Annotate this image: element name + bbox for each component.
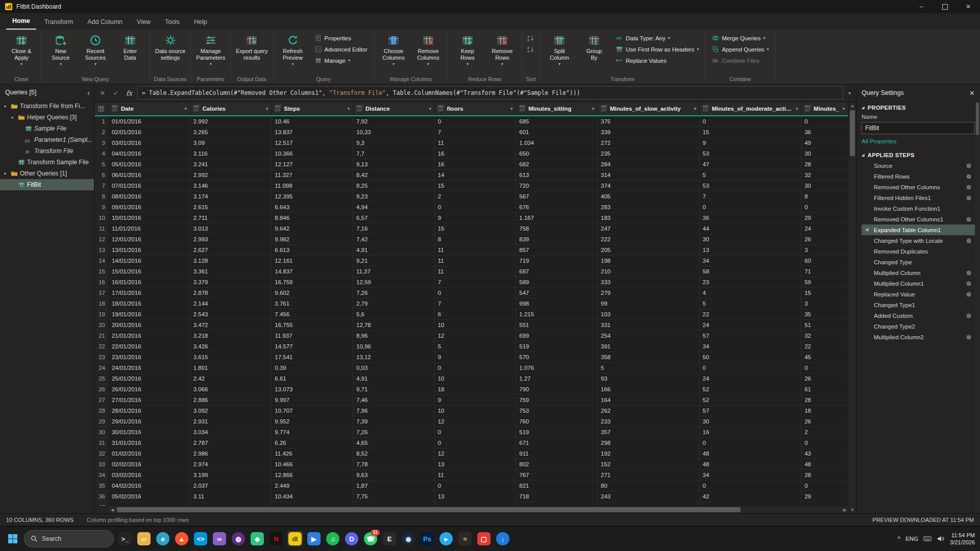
table-cell[interactable]: 0 — [700, 202, 802, 212]
table-cell[interactable]: 48 — [700, 448, 802, 459]
step-settings-gear-icon[interactable] — [966, 163, 972, 169]
vertical-scrollbar[interactable]: ▲ ▼ — [848, 102, 856, 513]
table-cell[interactable]: 2,79 — [353, 298, 435, 309]
table-cell[interactable]: 3.128 — [190, 256, 272, 266]
row-number[interactable]: 12 — [94, 234, 109, 244]
table-cell[interactable]: 2.037 — [190, 481, 272, 491]
table-cell[interactable]: 29 — [801, 491, 848, 502]
taskbar-browser-purple-icon[interactable]: ◍ — [231, 531, 246, 546]
table-cell[interactable]: 10/01/2016 — [109, 213, 190, 223]
query-item-transform-file[interactable]: fxTransform File — [0, 145, 94, 157]
taskbar-discord-icon[interactable]: D — [344, 531, 359, 546]
table-cell[interactable]: 760 — [516, 416, 598, 427]
table-cell[interactable]: 1,87 — [353, 481, 435, 491]
new-source-button[interactable]: New Source▾ — [44, 32, 78, 67]
table-cell[interactable]: 650 — [516, 148, 598, 159]
taskbar-telegram-icon[interactable]: ▸ — [438, 531, 454, 546]
row-number[interactable]: 17 — [94, 288, 109, 298]
row-number[interactable]: 35 — [94, 481, 109, 491]
table-cell[interactable]: 8,25 — [353, 181, 435, 191]
hscroll-thumb[interactable] — [117, 507, 741, 512]
table-cell[interactable]: 1.167 — [516, 213, 598, 223]
table-cell[interactable]: 10 — [435, 320, 517, 330]
table-cell[interactable]: 0 — [801, 438, 848, 448]
column-header-minutes-sitting[interactable]: ABC123Minutes_sitting▼ — [516, 102, 598, 115]
table-cell[interactable]: 519 — [516, 427, 598, 437]
table-cell[interactable] — [700, 502, 802, 506]
table-cell[interactable]: 7,75 — [353, 491, 435, 502]
table-cell[interactable]: 8,52 — [353, 448, 435, 459]
table-cell[interactable]: 10,96 — [353, 341, 435, 352]
row-number[interactable]: 33 — [94, 459, 109, 469]
column-header-distance[interactable]: ABC123Distance▼ — [353, 102, 435, 115]
column-type-icon[interactable]: ABC123 — [438, 105, 445, 112]
table-cell[interactable] — [801, 502, 848, 506]
table-cell[interactable]: 718 — [516, 491, 598, 502]
table-cell[interactable]: 2.42 — [190, 373, 272, 384]
table-cell[interactable]: 405 — [598, 191, 700, 202]
table-cell[interactable]: 4 — [700, 288, 802, 298]
table-cell[interactable]: 589 — [516, 277, 598, 287]
table-cell[interactable]: 333 — [598, 277, 700, 287]
table-cell[interactable]: 11 — [435, 138, 517, 148]
row-number[interactable]: 6 — [94, 170, 109, 180]
filter-chevron-icon[interactable]: ▼ — [263, 107, 269, 111]
query-item-transform-sample-file[interactable]: Transform Sample File — [0, 157, 94, 168]
table-cell[interactable]: 59 — [801, 277, 848, 287]
table-cell[interactable]: 357 — [598, 427, 700, 437]
table-cell[interactable]: 7,42 — [353, 234, 435, 244]
sort-descending-button[interactable]: ZA — [525, 44, 537, 55]
table-row[interactable]: 1212/01/20162.9939.9827,4288392223026 — [94, 234, 848, 245]
table-cell[interactable]: 3.034 — [190, 427, 272, 437]
row-number[interactable]: 24 — [94, 363, 109, 373]
table-cell[interactable]: 13/01/2016 — [109, 245, 190, 255]
row-number[interactable]: 3 — [94, 138, 109, 148]
row-number[interactable]: 37 — [94, 502, 109, 506]
table-cell[interactable]: 18 — [801, 406, 848, 416]
table-cell[interactable]: 22/01/2016 — [109, 341, 190, 352]
query-item-fitbit[interactable]: FitBit — [0, 179, 94, 190]
tab-help[interactable]: Help — [188, 15, 213, 30]
table-cell[interactable]: 1.076 — [516, 363, 598, 373]
row-number[interactable]: 30 — [94, 427, 109, 437]
column-header-steps[interactable]: ABC123Steps▼ — [272, 102, 353, 115]
table-row[interactable]: 2828/01/20163.09210.7077,96107532625718 — [94, 406, 848, 416]
table-cell[interactable]: 05/02/2016 — [109, 491, 190, 502]
table-cell[interactable]: 13 — [700, 245, 802, 255]
table-cell[interactable]: 14/01/2016 — [109, 256, 190, 266]
table-cell[interactable]: 9 — [435, 352, 517, 362]
table-cell[interactable]: 7,26 — [353, 427, 435, 437]
table-cell[interactable]: 205 — [598, 245, 700, 255]
table-cell[interactable]: 3 — [801, 298, 848, 309]
table-cell[interactable]: 233 — [598, 416, 700, 427]
taskbar-spotify-icon[interactable]: ♫ — [325, 531, 340, 546]
table-cell[interactable]: 12 — [435, 448, 517, 459]
table-cell[interactable]: 52 — [700, 384, 802, 394]
table-cell[interactable]: 19/01/2016 — [109, 309, 190, 319]
close-apply-button[interactable]: Close & Apply▾ — [5, 32, 38, 67]
table-cell[interactable]: 6.26 — [272, 438, 353, 448]
taskbar-app-red-icon[interactable]: ▢ — [476, 531, 492, 546]
row-number[interactable]: 36 — [94, 491, 109, 502]
table-cell[interactable]: 24 — [700, 373, 802, 384]
table-cell[interactable]: 247 — [598, 223, 700, 234]
row-number[interactable]: 28 — [94, 406, 109, 416]
row-number[interactable]: 25 — [94, 373, 109, 384]
table-cell[interactable]: 03/01/2016 — [109, 138, 190, 148]
table-cell[interactable]: 24/01/2016 — [109, 363, 190, 373]
table-cell[interactable]: 6,57 — [353, 213, 435, 223]
table-cell[interactable]: 21/01/2016 — [109, 331, 190, 341]
table-cell[interactable]: 07/01/2016 — [109, 181, 190, 191]
table-row[interactable]: 303/01/20163.0912.5179,3111.034272949 — [94, 138, 848, 148]
language-indicator[interactable]: ENG — [905, 536, 918, 542]
table-cell[interactable]: 1.801 — [190, 363, 272, 373]
settings-scrollbar[interactable] — [975, 102, 980, 513]
table-cell[interactable]: 2.992 — [190, 116, 272, 127]
table-cell[interactable]: 671 — [516, 438, 598, 448]
sort-ascending-button[interactable]: AZ — [525, 33, 537, 43]
tree-expand-icon[interactable]: ▾ — [4, 104, 9, 109]
table-cell[interactable]: 28/01/2016 — [109, 406, 190, 416]
table-cell[interactable]: 7,26 — [353, 288, 435, 298]
table-cell[interactable]: 16 — [435, 148, 517, 159]
split-column-button[interactable]: Split Column▾ — [543, 32, 576, 67]
